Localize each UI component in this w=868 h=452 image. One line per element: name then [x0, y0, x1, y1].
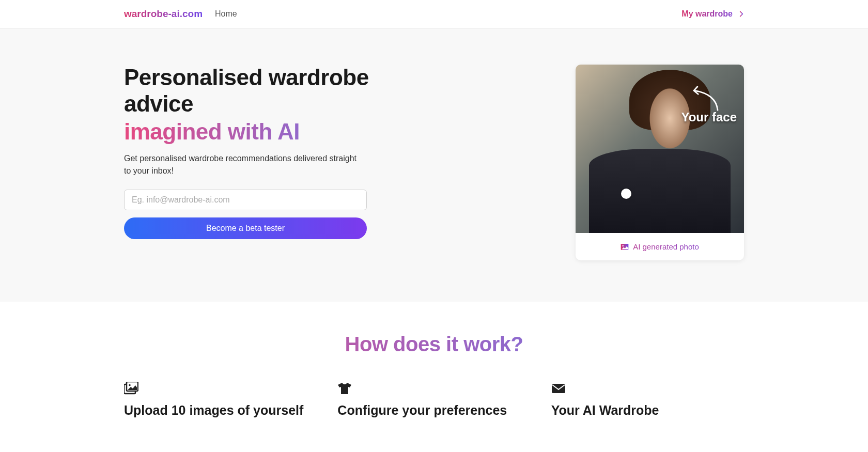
hero-title-accent: imagined with AI [124, 119, 413, 145]
envelope-icon [551, 382, 566, 395]
photo-overlay-label: Your face [681, 110, 737, 124]
hero-title: Personalised wardrobe advice [124, 65, 413, 117]
photo-card: Your face AI generated photo [576, 65, 744, 260]
feature-wardrobe-title: Your AI Wardrobe [551, 402, 744, 418]
header-left: wardrobe-ai.com Home [124, 8, 237, 20]
my-wardrobe-label: My wardrobe [681, 9, 733, 19]
svg-point-5 [129, 384, 131, 386]
ai-photo: Your face [576, 65, 744, 233]
feature-upload: Upload 10 images of yourself [124, 382, 317, 418]
tshirt-icon [337, 382, 352, 395]
svg-point-2 [623, 245, 624, 246]
images-icon [124, 382, 138, 395]
how-it-works-section: How does it work? Upload 10 images of yo… [0, 302, 868, 429]
beta-tester-button[interactable]: Become a beta tester [124, 217, 367, 239]
header: wardrobe-ai.com Home My wardrobe [0, 0, 868, 28]
my-wardrobe-link[interactable]: My wardrobe [681, 9, 744, 19]
hero-inner: Personalised wardrobe advice imagined wi… [124, 65, 744, 260]
hero-left: Personalised wardrobe advice imagined wi… [124, 65, 413, 239]
hero-subtitle: Get personalised wardrobe recommendation… [124, 152, 362, 177]
photo-dot [621, 189, 631, 199]
image-icon [621, 243, 629, 251]
hero-section: Personalised wardrobe advice imagined wi… [0, 28, 868, 302]
feature-configure-title: Configure your preferences [337, 402, 530, 418]
features-row: Upload 10 images of yourself Configure y… [124, 382, 744, 418]
photo-caption-text: AI generated photo [633, 242, 699, 251]
feature-upload-title: Upload 10 images of yourself [124, 402, 317, 418]
logo[interactable]: wardrobe-ai.com [124, 8, 203, 20]
hero-right: Your face AI generated photo [576, 65, 744, 260]
nav-home[interactable]: Home [215, 9, 237, 19]
photo-caption: AI generated photo [576, 233, 744, 260]
feature-configure: Configure your preferences [337, 382, 530, 418]
feature-wardrobe: Your AI Wardrobe [551, 382, 744, 418]
svg-rect-6 [552, 384, 565, 393]
how-title: How does it work? [124, 333, 744, 356]
arrow-right-icon [736, 10, 744, 18]
email-input[interactable] [124, 190, 367, 210]
